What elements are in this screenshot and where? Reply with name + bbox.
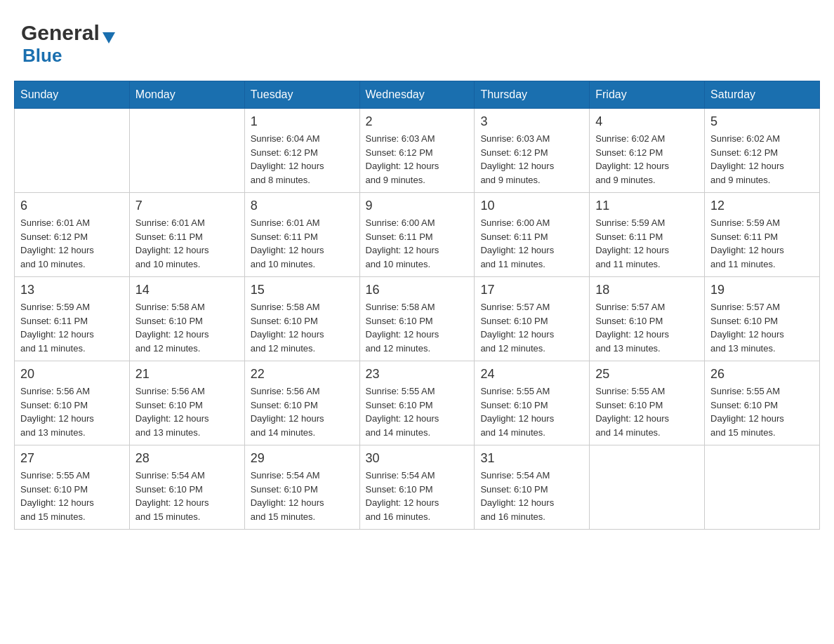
day-info: Sunrise: 5:58 AM Sunset: 6:10 PM Dayligh… bbox=[135, 300, 239, 355]
day-number: 25 bbox=[595, 367, 699, 382]
day-info: Sunrise: 5:56 AM Sunset: 6:10 PM Dayligh… bbox=[251, 384, 354, 439]
day-info: Sunrise: 5:58 AM Sunset: 6:10 PM Dayligh… bbox=[251, 300, 354, 355]
day-number: 30 bbox=[366, 451, 469, 466]
day-info: Sunrise: 6:01 AM Sunset: 6:11 PM Dayligh… bbox=[135, 216, 239, 271]
day-info: Sunrise: 5:55 AM Sunset: 6:10 PM Dayligh… bbox=[595, 384, 699, 439]
calendar-cell: 18Sunrise: 5:57 AM Sunset: 6:10 PM Dayli… bbox=[590, 277, 705, 361]
day-info: Sunrise: 5:58 AM Sunset: 6:10 PM Dayligh… bbox=[366, 300, 469, 355]
day-info: Sunrise: 6:00 AM Sunset: 6:11 PM Dayligh… bbox=[480, 216, 583, 271]
logo-general-text: General bbox=[21, 21, 100, 44]
day-number: 19 bbox=[710, 283, 814, 297]
day-info: Sunrise: 5:54 AM Sunset: 6:10 PM Dayligh… bbox=[251, 469, 354, 523]
calendar-cell: 15Sunrise: 5:58 AM Sunset: 6:10 PM Dayli… bbox=[244, 277, 359, 361]
calendar-header: SundayMondayTuesdayWednesdayThursdayFrid… bbox=[15, 81, 820, 109]
calendar-cell: 24Sunrise: 5:55 AM Sunset: 6:10 PM Dayli… bbox=[475, 361, 590, 445]
day-number: 16 bbox=[366, 283, 469, 297]
day-number: 31 bbox=[480, 451, 583, 466]
day-info: Sunrise: 6:02 AM Sunset: 6:12 PM Dayligh… bbox=[710, 132, 814, 187]
day-info: Sunrise: 5:55 AM Sunset: 6:10 PM Dayligh… bbox=[710, 384, 814, 439]
day-of-week-header: Wednesday bbox=[359, 81, 475, 109]
day-info: Sunrise: 5:59 AM Sunset: 6:11 PM Dayligh… bbox=[20, 300, 124, 355]
day-number: 7 bbox=[135, 199, 239, 213]
day-info: Sunrise: 5:59 AM Sunset: 6:11 PM Dayligh… bbox=[710, 216, 814, 271]
day-info: Sunrise: 5:56 AM Sunset: 6:10 PM Dayligh… bbox=[135, 384, 239, 439]
calendar-cell: 19Sunrise: 5:57 AM Sunset: 6:10 PM Dayli… bbox=[705, 277, 820, 361]
calendar-cell: 11Sunrise: 5:59 AM Sunset: 6:11 PM Dayli… bbox=[590, 193, 705, 277]
day-info: Sunrise: 5:54 AM Sunset: 6:10 PM Dayligh… bbox=[366, 469, 469, 523]
day-info: Sunrise: 6:00 AM Sunset: 6:11 PM Dayligh… bbox=[366, 216, 469, 271]
calendar-cell bbox=[590, 445, 705, 530]
calendar-table: SundayMondayTuesdayWednesdayThursdayFrid… bbox=[14, 81, 820, 530]
day-number: 14 bbox=[135, 283, 239, 297]
page-header: General Blue bbox=[14, 14, 820, 67]
calendar-cell: 6Sunrise: 6:01 AM Sunset: 6:12 PM Daylig… bbox=[15, 193, 130, 277]
day-info: Sunrise: 6:03 AM Sunset: 6:12 PM Dayligh… bbox=[366, 132, 469, 187]
svg-marker-0 bbox=[102, 32, 115, 43]
day-number: 17 bbox=[480, 283, 583, 297]
calendar-week-row: 13Sunrise: 5:59 AM Sunset: 6:11 PM Dayli… bbox=[15, 277, 820, 361]
calendar-cell: 2Sunrise: 6:03 AM Sunset: 6:12 PM Daylig… bbox=[359, 109, 475, 193]
calendar-cell: 7Sunrise: 6:01 AM Sunset: 6:11 PM Daylig… bbox=[129, 193, 244, 277]
calendar-cell: 5Sunrise: 6:02 AM Sunset: 6:12 PM Daylig… bbox=[705, 109, 820, 193]
day-info: Sunrise: 5:57 AM Sunset: 6:10 PM Dayligh… bbox=[595, 300, 699, 355]
calendar-cell: 25Sunrise: 5:55 AM Sunset: 6:10 PM Dayli… bbox=[590, 361, 705, 445]
day-number: 18 bbox=[595, 283, 699, 297]
calendar-cell: 16Sunrise: 5:58 AM Sunset: 6:10 PM Dayli… bbox=[359, 277, 475, 361]
days-of-week-row: SundayMondayTuesdayWednesdayThursdayFrid… bbox=[15, 81, 820, 109]
day-info: Sunrise: 5:55 AM Sunset: 6:10 PM Dayligh… bbox=[20, 469, 124, 523]
day-info: Sunrise: 5:56 AM Sunset: 6:10 PM Dayligh… bbox=[20, 384, 124, 439]
calendar-cell bbox=[15, 109, 130, 193]
day-info: Sunrise: 5:57 AM Sunset: 6:10 PM Dayligh… bbox=[710, 300, 814, 355]
day-info: Sunrise: 6:02 AM Sunset: 6:12 PM Dayligh… bbox=[595, 132, 699, 187]
day-number: 5 bbox=[710, 114, 814, 129]
calendar-cell: 13Sunrise: 5:59 AM Sunset: 6:11 PM Dayli… bbox=[15, 277, 130, 361]
calendar-cell: 29Sunrise: 5:54 AM Sunset: 6:10 PM Dayli… bbox=[244, 445, 359, 530]
day-of-week-header: Friday bbox=[590, 81, 705, 109]
calendar-cell: 4Sunrise: 6:02 AM Sunset: 6:12 PM Daylig… bbox=[590, 109, 705, 193]
calendar-body: 1Sunrise: 6:04 AM Sunset: 6:12 PM Daylig… bbox=[15, 109, 820, 530]
day-info: Sunrise: 6:04 AM Sunset: 6:12 PM Dayligh… bbox=[251, 132, 354, 187]
logo: General Blue bbox=[21, 21, 117, 67]
day-info: Sunrise: 5:54 AM Sunset: 6:10 PM Dayligh… bbox=[135, 469, 239, 523]
day-of-week-header: Monday bbox=[129, 81, 244, 109]
day-number: 21 bbox=[135, 367, 239, 382]
day-of-week-header: Thursday bbox=[475, 81, 590, 109]
calendar-week-row: 6Sunrise: 6:01 AM Sunset: 6:12 PM Daylig… bbox=[15, 193, 820, 277]
day-number: 13 bbox=[20, 283, 124, 297]
calendar-cell: 8Sunrise: 6:01 AM Sunset: 6:11 PM Daylig… bbox=[244, 193, 359, 277]
calendar-cell: 28Sunrise: 5:54 AM Sunset: 6:10 PM Dayli… bbox=[129, 445, 244, 530]
calendar-cell: 31Sunrise: 5:54 AM Sunset: 6:10 PM Dayli… bbox=[475, 445, 590, 530]
day-number: 2 bbox=[366, 114, 469, 129]
day-number: 12 bbox=[710, 199, 814, 213]
day-number: 3 bbox=[480, 114, 583, 129]
day-number: 26 bbox=[710, 367, 814, 382]
day-number: 20 bbox=[20, 367, 124, 382]
calendar-cell: 21Sunrise: 5:56 AM Sunset: 6:10 PM Dayli… bbox=[129, 361, 244, 445]
day-info: Sunrise: 5:59 AM Sunset: 6:11 PM Dayligh… bbox=[595, 216, 699, 271]
day-info: Sunrise: 6:01 AM Sunset: 6:12 PM Dayligh… bbox=[20, 216, 124, 271]
day-number: 10 bbox=[480, 199, 583, 213]
day-number: 28 bbox=[135, 451, 239, 466]
calendar-cell: 17Sunrise: 5:57 AM Sunset: 6:10 PM Dayli… bbox=[475, 277, 590, 361]
day-number: 23 bbox=[366, 367, 469, 382]
calendar-cell: 9Sunrise: 6:00 AM Sunset: 6:11 PM Daylig… bbox=[359, 193, 475, 277]
day-info: Sunrise: 5:54 AM Sunset: 6:10 PM Dayligh… bbox=[480, 469, 583, 523]
calendar-cell: 22Sunrise: 5:56 AM Sunset: 6:10 PM Dayli… bbox=[244, 361, 359, 445]
day-number: 24 bbox=[480, 367, 583, 382]
calendar-cell: 20Sunrise: 5:56 AM Sunset: 6:10 PM Dayli… bbox=[15, 361, 130, 445]
day-number: 11 bbox=[595, 199, 699, 213]
calendar-cell: 10Sunrise: 6:00 AM Sunset: 6:11 PM Dayli… bbox=[475, 193, 590, 277]
day-number: 6 bbox=[20, 199, 124, 213]
day-number: 15 bbox=[251, 283, 354, 297]
day-number: 4 bbox=[595, 114, 699, 129]
logo-blue-text: Blue bbox=[22, 45, 62, 67]
day-of-week-header: Sunday bbox=[15, 81, 130, 109]
logo-arrow-icon bbox=[101, 29, 117, 45]
calendar-cell: 1Sunrise: 6:04 AM Sunset: 6:12 PM Daylig… bbox=[244, 109, 359, 193]
day-info: Sunrise: 5:55 AM Sunset: 6:10 PM Dayligh… bbox=[366, 384, 469, 439]
calendar-cell: 12Sunrise: 5:59 AM Sunset: 6:11 PM Dayli… bbox=[705, 193, 820, 277]
day-number: 9 bbox=[366, 199, 469, 213]
calendar-week-row: 20Sunrise: 5:56 AM Sunset: 6:10 PM Dayli… bbox=[15, 361, 820, 445]
day-of-week-header: Saturday bbox=[705, 81, 820, 109]
day-number: 1 bbox=[251, 114, 354, 129]
